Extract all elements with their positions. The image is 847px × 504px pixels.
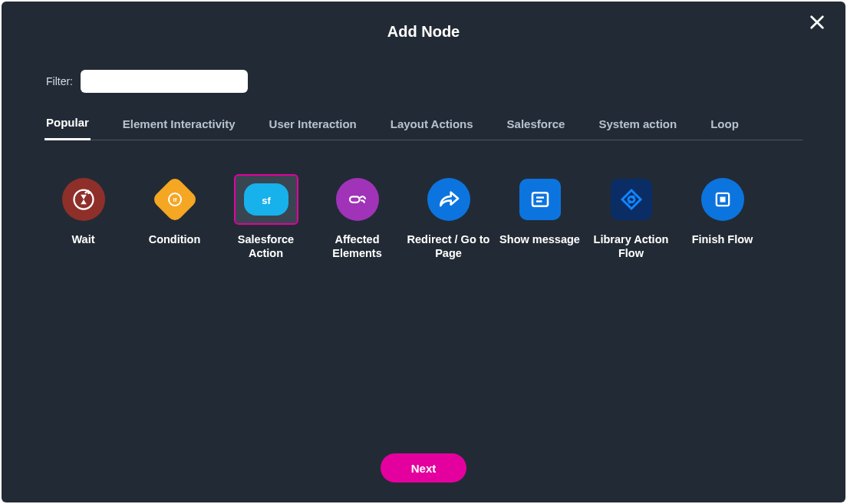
node-icon-wrap — [599, 174, 664, 225]
close-icon — [809, 14, 830, 31]
filter-label: Filter: — [46, 75, 73, 87]
diamond-if-icon: If — [150, 176, 198, 223]
hourglass-icon — [62, 178, 105, 221]
dialog-footer: Next — [2, 453, 845, 483]
cloud-sf-icon: sf — [244, 183, 288, 216]
refresh-diamond-icon — [611, 179, 652, 220]
svg-text:sf: sf — [262, 195, 271, 206]
node-label: Show message — [499, 232, 580, 246]
node-label: Library Action Flow — [588, 232, 674, 260]
close-button[interactable] — [809, 14, 830, 35]
filter-row: Filter: — [2, 41, 845, 93]
node-finish-flow[interactable]: Finish Flow — [677, 174, 767, 260]
message-lines-icon — [519, 179, 561, 220]
stop-square-icon — [701, 178, 744, 221]
node-icon-wrap — [325, 174, 390, 225]
tab-element-interactivity[interactable]: Element Interactivity — [121, 117, 237, 140]
node-show-message[interactable]: Show message — [495, 174, 585, 260]
node-icon-wrap: If — [143, 174, 207, 225]
node-condition[interactable]: If Condition — [130, 174, 219, 260]
node-icon-wrap — [417, 174, 481, 225]
node-affected-elements[interactable]: Affected Elements — [312, 174, 402, 260]
add-node-dialog: Add Node Filter: Popular Element Interac… — [2, 2, 845, 502]
node-icon-wrap: sf — [234, 174, 298, 225]
tab-system-action[interactable]: System action — [597, 117, 678, 140]
node-label: Wait — [71, 232, 94, 246]
svg-rect-6 — [350, 196, 360, 203]
node-label: Finish Flow — [692, 232, 753, 246]
svg-text:If: If — [173, 196, 176, 203]
filter-input[interactable] — [81, 70, 248, 93]
node-label: Affected Elements — [315, 232, 400, 260]
hand-tap-icon — [336, 178, 379, 221]
node-icon-wrap — [690, 174, 755, 225]
node-library-action-flow[interactable]: Library Action Flow — [586, 174, 676, 260]
node-label: Condition — [149, 232, 201, 246]
node-redirect[interactable]: Redirect / Go to Page — [404, 174, 493, 260]
node-icon-wrap — [508, 174, 572, 225]
node-icon-wrap — [51, 174, 116, 225]
tab-user-interaction[interactable]: User Interaction — [268, 117, 358, 140]
svg-rect-7 — [532, 193, 548, 206]
tabs: Popular Element Interactivity User Inter… — [44, 116, 803, 140]
dialog-title: Add Node — [2, 2, 845, 41]
tab-popular[interactable]: Popular — [44, 116, 91, 140]
svg-rect-11 — [720, 197, 725, 203]
node-label: Salesforce Action — [223, 232, 309, 260]
share-arrow-icon — [427, 178, 470, 221]
tab-layout-actions[interactable]: Layout Actions — [389, 117, 475, 140]
node-wait[interactable]: Wait — [38, 174, 128, 260]
tab-loop[interactable]: Loop — [709, 117, 740, 140]
tab-salesforce[interactable]: Salesforce — [506, 117, 567, 140]
node-label: Redirect / Go to Page — [406, 232, 492, 260]
next-button[interactable]: Next — [381, 453, 466, 483]
node-salesforce-action[interactable]: sf Salesforce Action — [221, 174, 311, 260]
node-grid: Wait If Condition — [2, 140, 845, 260]
